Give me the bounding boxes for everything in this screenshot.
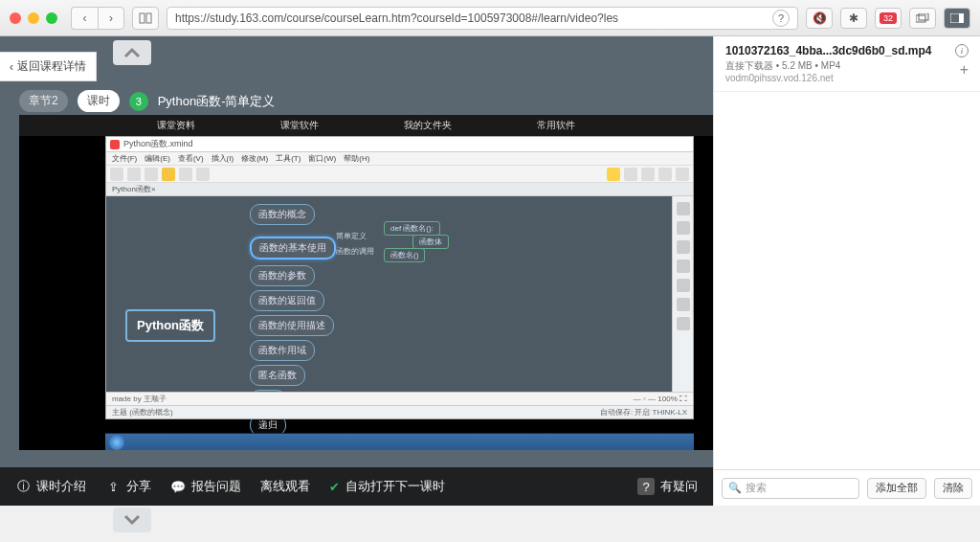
address-bar[interactable]: https://study.163.com/course/courseLearn… [167,7,798,30]
maximize-window-button[interactable] [46,12,57,24]
stage-tab[interactable]: 课堂软件 [280,119,319,132]
back-button[interactable]: ‹ [71,7,98,30]
toolbar-icon[interactable] [162,168,175,181]
tabs-button[interactable] [909,8,936,29]
download-item[interactable]: i 1010372163_4bba...3dc9d6b0_sd.mp4 + 直接… [714,36,980,92]
mindmap-subnode[interactable]: 简单定义 [336,231,367,241]
menu-item[interactable]: 工具(T) [276,153,301,164]
forward-button[interactable]: › [98,7,124,30]
status-right: 自动保存: 开启 THINK-LX [600,407,687,418]
question-button[interactable]: ?有疑问 [637,478,698,495]
back-to-course-button[interactable]: ‹ 返回课程详情 [0,52,97,81]
offline-button[interactable]: 离线观看 [260,478,310,495]
help-icon[interactable]: ? [772,10,790,27]
close-window-button[interactable] [10,12,21,24]
clear-button[interactable]: 清除 [934,478,972,499]
toolbar-icon[interactable] [145,168,158,181]
url-text: https://study.163.com/course/courseLearn… [175,11,767,25]
download-search-input[interactable]: 🔍搜索 [722,478,859,499]
chevron-up-icon [123,47,141,58]
menu-item[interactable]: 编辑(E) [145,153,170,164]
mindmap-subnode[interactable]: def 函数名(): [384,221,440,236]
stage-tab[interactable]: 我的文件夹 [404,119,452,132]
prev-lesson-button[interactable] [113,40,151,65]
info-icon[interactable]: i [955,44,969,57]
lesson-breadcrumb: 章节2 课时 3 Python函数-简单定义 [19,90,276,112]
svg-rect-0 [140,13,145,23]
menu-item[interactable]: 修改(M) [241,153,268,164]
xmind-window: Python函数.xmind 文件(F) 编辑(E) 查看(V) 插入(I) 修… [105,136,694,419]
mindmap-subnode[interactable]: 函数体 [412,235,449,249]
stage-tabs: 课堂资料 课堂软件 我的文件夹 常用软件 [19,115,713,136]
zoom-label: — ◦ — 100% ⛶ [634,395,687,403]
share-button[interactable]: ⇪分享 [105,478,151,495]
chevron-down-icon [123,514,141,526]
mindmap-node[interactable]: 函数作用域 [250,340,315,361]
report-button[interactable]: 💬报告问题 [170,478,241,495]
mindmap-root-node[interactable]: Python函数 [125,309,215,342]
idea-icon[interactable] [607,168,620,181]
stage-tab[interactable]: 常用软件 [537,119,575,132]
chapter-pill: 章节2 [19,90,68,112]
side-tool-icon[interactable] [677,317,690,330]
mindmap-canvas[interactable]: Python函数 函数的概念 函数的基本使用 函数的参数 函数的返回值 函数的使… [106,196,672,392]
toolbar-icon[interactable] [624,168,637,181]
xmind-toolbar [106,166,693,183]
book-icon [139,12,152,24]
sidebar-button[interactable] [132,7,159,30]
next-lesson-button[interactable] [113,508,151,532]
xmind-side-toolbar [672,196,693,392]
mindmap-subnode[interactable]: 函数名() [384,248,425,262]
share-icon: ⇪ [105,479,121,494]
toolbar-icon[interactable] [658,168,672,181]
toolbar-icon[interactable] [110,168,123,181]
toolbar-icon[interactable] [676,168,689,181]
toolbar-icon[interactable] [127,168,141,181]
minimize-window-button[interactable] [28,12,39,24]
side-tool-icon[interactable] [677,279,690,292]
side-tool-icon[interactable] [677,260,690,273]
extension-badge[interactable]: 32 [875,8,902,29]
add-all-button[interactable]: 添加全部 [867,478,926,499]
start-button-icon[interactable] [109,435,124,450]
info-icon: ⓘ [15,479,31,494]
svg-rect-1 [146,13,151,23]
menu-item[interactable]: 文件(F) [112,153,137,164]
toolbar-icon[interactable] [641,168,655,181]
search-icon: 🔍 [728,482,742,494]
mute-button[interactable]: 🔇 [806,8,833,29]
window-controls [10,12,57,24]
side-tool-icon[interactable] [677,202,690,215]
toolbar-icon[interactable] [179,168,192,181]
xmind-titlebar: Python函数.xmind [106,137,693,152]
menu-item[interactable]: 查看(V) [178,153,204,164]
tabs-icon [916,13,929,23]
xmind-status-bar: made by 王顺子 — ◦ — 100% ⛶ [106,392,693,405]
menu-item[interactable]: 帮助(H) [344,153,369,164]
xmind-sheet-tab[interactable]: Python函数 × [106,183,693,196]
menu-item[interactable]: 插入(I) [212,153,234,164]
lesson-intro-button[interactable]: ⓘ课时介绍 [15,478,86,495]
xmind-menubar: 文件(F) 编辑(E) 查看(V) 插入(I) 修改(M) 工具(T) 窗口(W… [106,152,693,166]
settings-button[interactable]: ✱ [840,8,867,29]
stage-tab[interactable]: 课堂资料 [157,119,195,132]
mindmap-node[interactable]: 匿名函数 [250,365,305,386]
mindmap-node[interactable]: 函数的返回值 [250,290,324,311]
downloads-footer: 🔍搜索 添加全部 清除 [714,469,980,506]
autoplay-toggle[interactable]: ✔自动打开下一课时 [329,478,445,495]
side-tool-icon[interactable] [677,240,690,254]
panel-toggle-button[interactable] [944,8,970,29]
mindmap-node[interactable]: 函数的概念 [250,204,315,225]
xmind-app-icon [110,140,120,149]
xmind-theme-bar: 主题 (函数的概念) 自动保存: 开启 THINK-LX [106,405,693,418]
toolbar-icon[interactable] [196,168,210,181]
side-tool-icon[interactable] [677,298,690,311]
mindmap-node-selected[interactable]: 函数的基本使用 [250,237,336,260]
mindmap-subnode[interactable]: 函数的调用 [336,246,374,257]
menu-item[interactable]: 窗口(W) [308,153,336,164]
side-tool-icon[interactable] [677,221,690,235]
download-meta: 直接下载器 • 5.2 MB • MP4 [725,59,969,73]
mindmap-node[interactable]: 函数的使用描述 [250,315,334,336]
add-download-button[interactable]: + [960,61,969,79]
mindmap-node[interactable]: 函数的参数 [250,265,315,286]
